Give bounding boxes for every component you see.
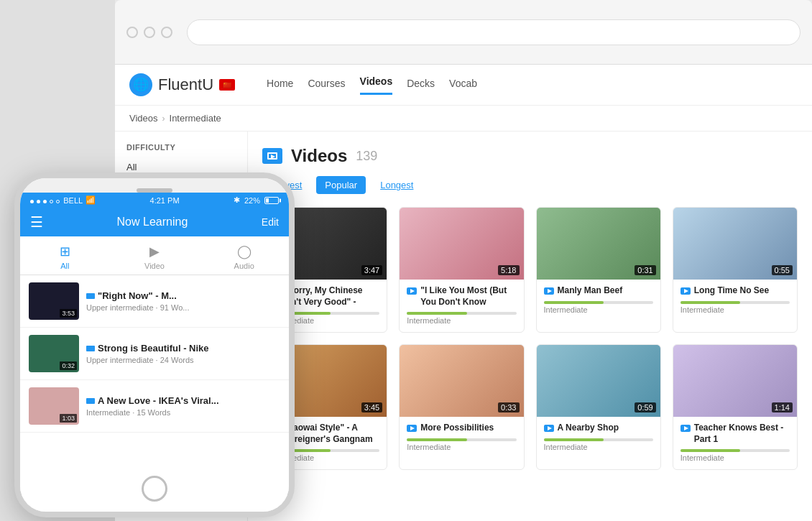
video-difficulty-5: Intermediate: [407, 443, 516, 451]
signal-dot-4: [50, 200, 53, 203]
list-meta-1: Upper intermediate · 24 Words: [86, 356, 280, 364]
app-nav-edit-button[interactable]: Edit: [262, 216, 279, 228]
tab-video[interactable]: ▶ Video: [110, 236, 200, 275]
video-title-6: A Nearby Shop: [558, 423, 619, 434]
logo-globe-icon: 🌐: [129, 73, 152, 96]
breadcrumb-intermediate[interactable]: Intermediate: [170, 113, 221, 124]
browser-dot-min[interactable]: [144, 27, 155, 38]
video-thumb-7: 1:14: [673, 345, 797, 417]
filter-longest[interactable]: Longest: [372, 176, 422, 194]
video-card-3[interactable]: 0:55 Long Time No See Intermediate: [673, 207, 798, 333]
content-count: 139: [356, 149, 377, 164]
content-area: Videos 139 Newest Popular Longest 3:47: [248, 132, 812, 521]
video-duration-1: 5:18: [498, 265, 519, 275]
nav-link-vocab[interactable]: Vocab: [449, 78, 477, 95]
video-title-1: "I Like You Most (But You Don't Know: [420, 285, 516, 308]
wifi-icon: 📶: [86, 195, 96, 205]
list-icon-2: [86, 398, 95, 404]
battery-pct-label: 22%: [244, 196, 260, 205]
list-item-0[interactable]: 3:53 "Right Now" - M... Upper intermedia…: [20, 275, 289, 328]
bluetooth-icon: ✱: [234, 195, 240, 205]
video-card-7[interactable]: 1:14 Teacher Knows Best - Part 1 Interme…: [673, 344, 798, 470]
play-triangle-6: [548, 426, 552, 430]
video-grid: 3:47 "Sorry, My Chinese Isn't Very Good"…: [262, 207, 798, 470]
video-title-7: Teacher Knows Best - Part 1: [694, 423, 790, 445]
phone-home-button[interactable]: [142, 476, 167, 502]
browser-address-bar[interactable]: [187, 19, 801, 45]
hamburger-menu-icon[interactable]: ☰: [30, 213, 43, 231]
video-icon-5: [407, 425, 417, 432]
filter-tabs: Newest Popular Longest: [262, 176, 798, 194]
video-icon-6: [544, 425, 554, 432]
video-card-5[interactable]: 0:33 More Possibilities Intermediate: [399, 344, 524, 470]
list-item-2[interactable]: 1:03 A New Love - IKEA's Viral... Interm…: [20, 380, 289, 433]
phone-wrapper: BELL 📶 4:21 PM ✱ 22% ☰ Now Learning Edit: [14, 172, 309, 521]
nav-link-courses[interactable]: Courses: [308, 78, 345, 95]
videos-icon: [262, 148, 282, 164]
list-title-2: A New Love - IKEA's Viral...: [98, 395, 219, 406]
filter-popular[interactable]: Popular: [316, 176, 366, 194]
video-icon-7: [680, 425, 691, 432]
breadcrumb-arrow: ›: [162, 114, 165, 124]
list-item-1[interactable]: 0:32 Strong is Beautiful - Nike Upper in…: [20, 328, 289, 380]
phone-frame: BELL 📶 4:21 PM ✱ 22% ☰ Now Learning Edit: [14, 172, 295, 517]
flag-icon: 🇨🇳: [219, 79, 235, 91]
list-info-2: A New Love - IKEA's Viral... Intermediat…: [86, 395, 280, 417]
video-info-1: "I Like You Most (But You Don't Know Int…: [400, 280, 523, 332]
tab-all[interactable]: ⊞ All: [20, 236, 110, 275]
video-duration-0: 3:47: [361, 265, 382, 275]
status-time: 4:21 PM: [150, 196, 180, 205]
signal-dot-2: [37, 200, 40, 203]
play-triangle-2: [548, 289, 552, 293]
play-triangle-1: [410, 289, 415, 293]
signal-dot-3: [43, 200, 47, 203]
tab-video-icon: ▶: [149, 244, 160, 259]
video-icon-3: [680, 287, 691, 295]
video-thumb-5: 0:33: [400, 345, 523, 417]
breadcrumb-videos[interactable]: Videos: [129, 113, 158, 124]
content-header: Videos 139: [262, 146, 798, 166]
list-info-0: "Right Now" - M... Upper intermediate · …: [86, 290, 280, 312]
video-duration-4: 3:45: [361, 402, 382, 412]
video-duration-6: 0:59: [635, 402, 655, 412]
video-card-2[interactable]: 0:31 Manly Man Beef Intermediate: [536, 207, 661, 333]
video-icon-1: [407, 287, 417, 295]
video-duration-3: 0:55: [772, 265, 793, 275]
video-title-3: Long Time No See: [694, 285, 769, 297]
list-duration-2: 1:03: [60, 414, 77, 423]
status-right: ✱ 22%: [234, 195, 279, 205]
nav-link-home[interactable]: Home: [267, 78, 293, 95]
video-card-1[interactable]: 5:18 "I Like You Most (But You Don't Kno…: [399, 207, 524, 333]
play-triangle-7: [684, 426, 688, 430]
video-card-6[interactable]: 0:59 A Nearby Shop Intermediate: [536, 344, 661, 470]
video-duration-7: 1:14: [772, 402, 793, 412]
nav-link-videos[interactable]: Videos: [360, 75, 393, 95]
list-title-1: Strong is Beautiful - Nike: [98, 343, 209, 354]
tab-audio-icon: ◯: [237, 244, 252, 259]
browser-dot-close[interactable]: [126, 27, 138, 38]
video-thumb-6: 0:59: [537, 345, 660, 417]
browser-chrome: [115, 0, 812, 65]
video-thumb-1: 5:18: [400, 208, 523, 280]
sidebar-section-title: DIFFICULTY: [126, 143, 236, 152]
phone-screen: BELL 📶 4:21 PM ✱ 22% ☰ Now Learning Edit: [20, 178, 289, 512]
video-difficulty-1: Intermediate: [407, 316, 516, 325]
video-thumb-2: 0:31: [537, 208, 660, 280]
tab-video-label: Video: [144, 262, 165, 270]
signal-dot-1: [30, 200, 34, 203]
list-meta-0: Upper intermediate · 91 Wo...: [86, 303, 280, 312]
browser-dot-max[interactable]: [161, 27, 172, 38]
nav-link-decks[interactable]: Decks: [407, 78, 435, 95]
signal-dots: [30, 196, 60, 205]
list-meta-2: Intermediate · 15 Words: [86, 408, 280, 417]
nav-bar: 🌐 FluentU 🇨🇳 Home Courses Videos Decks V…: [115, 65, 812, 106]
tab-audio[interactable]: ◯ Audio: [199, 236, 289, 275]
play-triangle-3: [684, 289, 688, 293]
video-duration-2: 0:31: [635, 265, 655, 275]
video-info-7: Teacher Knows Best - Part 1 Intermediate: [673, 417, 797, 469]
tab-all-label: All: [60, 262, 69, 270]
app-navbar: ☰ Now Learning Edit: [20, 208, 289, 236]
video-info-6: A Nearby Shop Intermediate: [537, 417, 660, 458]
video-play-icon: [267, 152, 277, 160]
list-duration-0: 3:53: [60, 309, 77, 318]
